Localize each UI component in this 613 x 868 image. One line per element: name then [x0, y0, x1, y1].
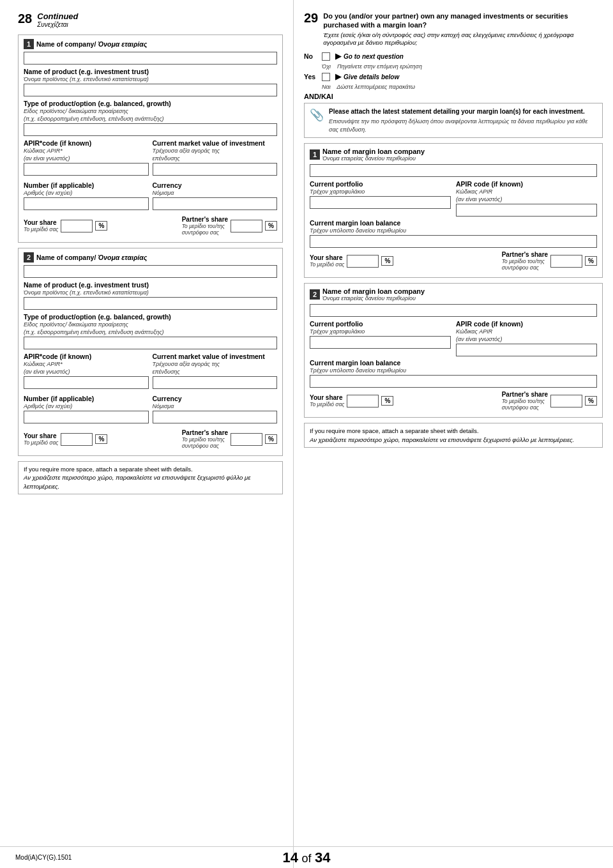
section-1-apir-row: APIR*code (if known) Κώδικας APIR* (αν ε… [24, 139, 277, 179]
section-1-partner-share-input[interactable] [231, 220, 262, 232]
margin-1-partner-share-label: Partner's share Το μερίδιο του/της συντρ… [502, 251, 548, 271]
section-1-market-greek: Τρέχουσα αξία αγοράς της [153, 148, 278, 154]
section-2-header: 2 Name of company/ Όνομα εταιρίας [24, 252, 277, 263]
section-1-number-col: Number (if applicable) Αριθμός (αν ισχύε… [24, 181, 149, 213]
section-2-your-share-label: Your share Το μερίδιό σας [24, 432, 58, 446]
margin-2-number: 2 [310, 289, 320, 300]
section-2-number-col: Number (if applicable) Αριθμός (αν ισχύε… [24, 395, 149, 427]
section-1-share-row: Your share Το μερίδιό σας % Partner's sh… [24, 216, 277, 236]
section-2-company-input[interactable] [24, 265, 277, 278]
section-2-number-currency-row: Number (if applicable) Αριθμός (αν ισχύε… [24, 395, 277, 427]
no-label: No [304, 52, 322, 60]
right-footnote-english: If you require more space, attach a sepa… [310, 427, 597, 435]
margin-2-greek: Όνομα εταιρείας δανείου περιθωρίου [322, 295, 425, 301]
section-2-number-input[interactable] [24, 411, 149, 423]
margin-2-partner-share-input[interactable] [550, 395, 582, 407]
section-2-currency-greek: Νόμισμα [153, 403, 278, 409]
page-number: 28 [18, 11, 32, 26]
section-1-number-input[interactable] [24, 197, 149, 210]
margin-2-portfolio-label: Current portfolio [310, 320, 451, 328]
section-2-apir-greek2: (αν είναι γνωστός) [24, 369, 149, 375]
page-container: 28 Continued Συνεχίζεται 1 Name of compa… [0, 0, 613, 868]
section-2-type-greek: Είδος προϊόντος/ δικαιώματα προαίρεσης [24, 321, 277, 328]
margin-1-portfolio-input[interactable] [310, 196, 451, 209]
page-indicator: 14 of 34 [282, 849, 330, 866]
margin-2-portfolio-input[interactable] [310, 336, 451, 349]
margin-1-portfolio-apir-row: Current portfolio Τρέχον χαρτοφυλάκιο AP… [310, 180, 597, 219]
section-1-partner-share-label: Partner's share Το μερίδιο του/της συντρ… [182, 216, 228, 236]
section-2-your-share-input[interactable] [61, 433, 93, 446]
section-1-market-label: Current market value of investment [153, 139, 278, 147]
yes-checkbox[interactable] [322, 73, 330, 81]
margin-2-balance-label: Current margin loan balance [310, 359, 597, 367]
section-1-currency-input[interactable] [153, 197, 278, 210]
section-1-company-input[interactable] [24, 52, 277, 65]
margin-2-portfolio-col: Current portfolio Τρέχον χαρτοφυλάκιο [310, 320, 451, 359]
section-1-number-currency-row: Number (if applicable) Αριθμός (αν ισχύε… [24, 181, 277, 213]
section-1-market-input[interactable] [153, 163, 278, 176]
no-greek: Όχι Πηγαίνετε στην επόμενη ερώτηση [322, 63, 603, 70]
section-2-market-label: Current market value of investment [153, 353, 278, 360]
section-1-currency-greek: Νόμισμα [153, 190, 278, 196]
section-2-type-input[interactable] [24, 337, 277, 349]
margin-1-your-share-input[interactable] [347, 255, 379, 268]
section-2-share-row: Your share Το μερίδιό σας % Partner's sh… [24, 429, 277, 449]
right-column: 29 Do you (and/or your partner) own any … [294, 0, 613, 868]
yes-greek: Ναι Δώστε λεπτομέρειες παρακάτω [322, 84, 603, 90]
section-2-number-greek: Αριθμός (αν ισχύει) [24, 403, 149, 409]
section-2-apir-greek: Κώδικας APIR* [24, 361, 149, 367]
margin-2-apir-greek: Κώδικας APIR [456, 328, 597, 335]
section-2-partner-share-percent: % [265, 434, 277, 444]
section-1-product-input[interactable] [24, 84, 277, 96]
no-checkbox[interactable] [322, 52, 330, 61]
section-2-apir-col: APIR*code (if known) Κώδικας APIR* (αν ε… [24, 353, 149, 392]
section-1-header: 1 Name of company/ Όνομα εταιρίας [24, 39, 277, 49]
margin-2-apir-input[interactable] [456, 344, 597, 356]
margin-1-share-row: Your share Το μερίδιό σας % Partner's sh… [310, 251, 597, 271]
section-2-currency-col: Currency Νόμισμα [153, 395, 278, 427]
margin-1-balance-input[interactable] [310, 235, 597, 248]
section-2-type-label: Type of product/option (e.g. balanced, g… [24, 313, 277, 321]
margin-1-balance-greek: Τρέχον υπόλοιπο δανείου περιθωρίου [310, 227, 597, 234]
section-1-apir-greek2: (αν είναι γνωστός) [24, 155, 149, 162]
margin-section-1: 1 Name of margin loan company Όνομα εται… [304, 143, 603, 278]
margin-2-company-input[interactable] [310, 304, 597, 317]
section-1-product-label: Name of product (e.g. investment trust) [24, 68, 277, 75]
section-2-market-greek: Τρέχουσα αξία αγοράς της [153, 361, 278, 367]
margin-1-partner-share-percent: % [585, 256, 597, 266]
section-1-number-label: Number (if applicable) [24, 181, 149, 189]
section-1-apir-label: APIR*code (if known) [24, 139, 149, 147]
margin-2-your-share-input[interactable] [347, 395, 379, 407]
margin-2-portfolio-greek: Τρέχον χαρτοφυλάκιο [310, 328, 451, 335]
section-1-currency-col: Currency Νόμισμα [153, 181, 278, 213]
section-2-currency-input[interactable] [153, 411, 278, 423]
section-2-partner-share-label: Partner's share Το μερίδιο του/της συντρ… [182, 429, 228, 449]
left-footnote: If you require more space, attach a sepa… [18, 461, 283, 494]
attach-greek: Επισυνάψτε την πιο πρόσφατη δήλωση όπου … [329, 118, 597, 133]
section-2-partner-share-input[interactable] [231, 433, 262, 446]
section-1-your-share-input[interactable] [61, 220, 93, 232]
margin-2-partner-share-percent: % [585, 396, 597, 406]
section-2-market-input[interactable] [153, 376, 278, 389]
margin-1-apir-input[interactable] [456, 204, 597, 217]
left-footnote-english: If you require more space, attach a sepa… [24, 465, 277, 473]
page-header: 28 Continued Συνεχίζεται [18, 11, 283, 28]
left-footnote-greek: Αν χρειάζεστε περισσότερο χώρο, παρακαλε… [24, 473, 277, 491]
section-1-apir-input[interactable] [24, 163, 149, 176]
margin-1-balance-label: Current margin loan balance [310, 219, 597, 227]
section-2-apir-row: APIR*code (if known) Κώδικας APIR* (αν ε… [24, 353, 277, 392]
margin-2-label: Name of margin loan company [322, 287, 425, 295]
section-1-product-greek: Όνομα προϊόντος (π.χ. επενδυτικό καταπίσ… [24, 76, 277, 82]
margin-1-company-input[interactable] [310, 164, 597, 177]
section-1-type-greek: Είδος προϊόντος/ δικαιώματα προαίρεσης [24, 108, 277, 114]
section-2-product-input[interactable] [24, 297, 277, 310]
section-1-type-input[interactable] [24, 123, 277, 136]
section-2-apir-input[interactable] [24, 376, 149, 389]
section-1-your-share-label: Your share Το μερίδιό σας [24, 219, 58, 232]
section-2-apir-label: APIR*code (if known) [24, 353, 149, 360]
section-2-label: Name of company/ Όνομα εταιρίας [36, 254, 147, 261]
question-29-number: 29 [304, 11, 318, 47]
margin-2-balance-input[interactable] [310, 375, 597, 388]
margin-1-partner-share-input[interactable] [550, 255, 582, 268]
margin-2-title: Name of margin loan company Όνομα εταιρε… [322, 287, 425, 301]
